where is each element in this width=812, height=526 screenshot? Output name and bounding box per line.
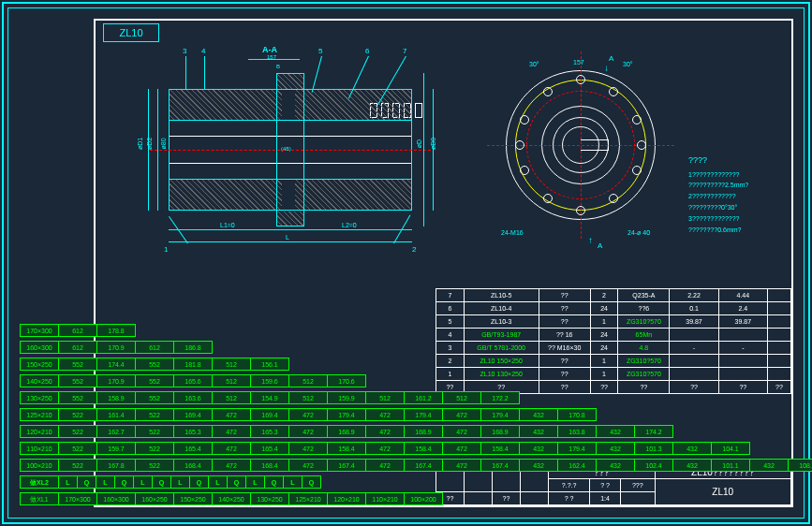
- size-col-label: 做XL1: [20, 492, 59, 505]
- bolt-note-2: 24-ø 40: [627, 229, 650, 236]
- size-cell: 472: [442, 442, 481, 455]
- technical-requirements: ???? 1????????????? ??????????2.5mm? 2??…: [688, 154, 791, 236]
- size-cell: 432: [596, 459, 635, 472]
- size-cell: 169.4: [250, 408, 289, 421]
- size-cell: 130×250: [20, 391, 59, 404]
- callout-1: 1: [164, 245, 168, 254]
- size-cell: 159.7: [96, 442, 136, 455]
- size-cell: 159.6: [250, 374, 289, 387]
- title-stamp: ZL10: [103, 23, 159, 42]
- size-cell: 158.4: [480, 442, 520, 455]
- callout-2: 2: [412, 245, 416, 254]
- size-cell: 522: [135, 408, 174, 421]
- size-cell: 170.8: [557, 408, 597, 421]
- callout-4: 4: [201, 47, 205, 55]
- size-cell: 167.4: [404, 459, 443, 472]
- size-cell: 102.4: [634, 459, 673, 472]
- size-header: L: [96, 475, 115, 489]
- angle-30-right: 30°: [623, 61, 633, 67]
- size-cell: 168.9: [327, 425, 366, 438]
- side-dim-157: 157: [573, 59, 584, 66]
- callout-5: 5: [318, 47, 322, 55]
- section-aa-label: A-A: [262, 45, 277, 54]
- size-cell: 612: [58, 341, 97, 354]
- size-cell: 432: [672, 442, 712, 455]
- size-cell: 168.4: [250, 459, 289, 472]
- bom-row: 7ZL10-5??2Q235-A2.224.44: [436, 289, 791, 302]
- size-cell: 472: [288, 425, 328, 438]
- size-cell: 472: [212, 425, 251, 438]
- dim-l: L: [286, 234, 289, 241]
- size-cell: 432: [596, 425, 635, 438]
- angle-30-left: 30°: [529, 61, 539, 67]
- size-header: Q: [189, 475, 209, 489]
- size-cell: 108.1: [788, 459, 812, 472]
- size-cell: 472: [288, 442, 328, 455]
- callout-6: 6: [365, 47, 369, 55]
- size-cell: 170.9: [96, 341, 136, 354]
- size-cell: 120×210: [20, 425, 59, 438]
- size-cell: 101.1: [711, 459, 750, 472]
- size-header: L: [283, 475, 303, 489]
- size-cell: 178.8: [96, 324, 136, 337]
- size-cell: 472: [212, 459, 251, 472]
- size-col-label: 150×250: [173, 492, 213, 505]
- arrow-a-bottom: A: [598, 241, 602, 250]
- size-cell: 158.4: [404, 442, 443, 455]
- size-header: Q: [227, 475, 246, 489]
- size-cell: 552: [58, 358, 97, 371]
- side-flange-view: 30° 30° 157 24-M16 24-ø 40 A ↓ A ↑: [487, 51, 674, 257]
- size-cell: 158.9: [96, 391, 136, 404]
- size-cell: 432: [596, 442, 635, 455]
- bolt-note-1: 24-M16: [501, 229, 524, 236]
- size-cell: 172.2: [480, 391, 520, 404]
- size-cell: 522: [58, 425, 97, 438]
- size-cell: 170×300: [20, 324, 59, 337]
- size-col-label: 140×250: [212, 492, 251, 505]
- size-header: L: [58, 475, 78, 489]
- size-cell: 154.9: [250, 391, 289, 404]
- dim-d0: øD0: [430, 138, 436, 150]
- size-cell: 165.4: [173, 442, 213, 455]
- size-header: L: [133, 475, 153, 489]
- size-cell: 552: [135, 374, 174, 387]
- size-cell: 156.1: [250, 358, 289, 371]
- main-section-view: A-A 157 B (48) øD1 øD2 ø80 øD øD0 L1=0 L…: [131, 47, 450, 253]
- bom-row: 6ZL10-4??24??60.12.4: [436, 302, 791, 315]
- size-cell: 512: [212, 358, 251, 371]
- size-cell: 472: [212, 408, 251, 421]
- size-cell: 552: [58, 374, 97, 387]
- size-col-label: 130×250: [250, 492, 289, 505]
- size-cell: 512: [365, 391, 405, 404]
- size-cell: 179.4: [404, 408, 443, 421]
- size-cell: 168.9: [480, 425, 520, 438]
- size-cell: 472: [288, 459, 328, 472]
- dim-ref-48: (48): [281, 146, 291, 152]
- size-col-label: 100×200: [404, 492, 443, 505]
- size-cell: 165.3: [250, 425, 289, 438]
- dim-l1: L1=0: [220, 222, 235, 228]
- size-header: Q: [152, 475, 171, 489]
- size-cell: 432: [519, 408, 558, 421]
- size-cell: 168.4: [173, 459, 213, 472]
- size-cell: 472: [442, 408, 481, 421]
- size-cell: 522: [58, 459, 97, 472]
- size-cell: 167.4: [327, 459, 366, 472]
- size-cell: 110×210: [20, 442, 59, 455]
- size-cell: 512: [212, 391, 251, 404]
- size-col-label: 110×210: [365, 492, 405, 505]
- size-cell: 168.9: [404, 425, 443, 438]
- size-header: Q: [264, 475, 284, 489]
- size-cell: 552: [135, 358, 174, 371]
- dim-b: B: [276, 64, 280, 69]
- size-cell: 158.4: [327, 442, 366, 455]
- size-header: Q: [77, 475, 96, 489]
- size-cell: 159.9: [327, 391, 366, 404]
- size-cell: 522: [135, 459, 174, 472]
- size-cell: 522: [58, 408, 97, 421]
- size-cell: 181.8: [173, 358, 213, 371]
- size-cell: 186.8: [173, 341, 213, 354]
- size-header: L: [245, 475, 265, 489]
- size-col-label: 160×250: [135, 492, 174, 505]
- size-cell: 162.7: [96, 425, 136, 438]
